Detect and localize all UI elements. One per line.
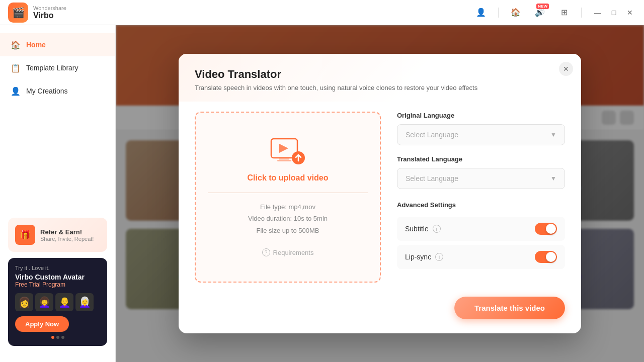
svg-rect-1	[279, 158, 289, 160]
upload-click-text: Click to upload video	[248, 173, 329, 183]
user-icon[interactable]: 👤	[474, 6, 488, 20]
svg-marker-3	[279, 144, 288, 153]
ca-sub-text: Free Trial Program	[15, 281, 100, 288]
video-translator-modal: Video Translator Translate speech in vid…	[179, 54, 581, 333]
dot-2	[56, 336, 59, 339]
brand-name: Wondershare	[33, 5, 66, 11]
sidebar-bottom: 🎁 Refer & Earn! Share, Invite, Repeat! T…	[0, 210, 115, 354]
subtitle-label: Subtitle	[405, 225, 429, 233]
main-layout: 🏠 Home 📋 Template Library 👤 My Creations…	[0, 25, 644, 362]
sidebar-item-my-creations[interactable]: 👤 My Creations	[0, 79, 115, 103]
home-sidebar-icon: 🏠	[10, 39, 21, 50]
advanced-settings-title: Advanced Settings	[397, 201, 565, 209]
modal-subtitle: Translate speech in videos with one touc…	[195, 84, 565, 92]
new-badge: NEW	[536, 4, 549, 9]
size-text: File size up to 500MB	[248, 225, 328, 236]
original-language-group: Original Language Select Language ▼	[397, 112, 565, 145]
content-area: VIRBO 👨 👩 👨‍💼 👩‍💼 👨‍🦱 👩‍🦱 👨‍🦰 👩‍🦰	[116, 25, 644, 362]
subtitle-label-area: Subtitle i	[405, 225, 441, 233]
upload-divider	[208, 193, 368, 193]
modal-body: Click to upload video File type: mp4,mov…	[179, 102, 581, 297]
ca-try-text: Try it . Love it.	[15, 265, 100, 271]
original-language-select[interactable]: Select Language ▼	[397, 124, 565, 145]
creations-sidebar-icon: 👤	[10, 85, 21, 97]
requirements-text: Requirements	[273, 249, 314, 256]
refer-card[interactable]: 🎁 Refer & Earn! Share, Invite, Repeat!	[8, 218, 107, 252]
modal-overlay: Video Translator Translate speech in vid…	[116, 25, 644, 362]
modal-footer: Translate this video	[179, 297, 581, 333]
settings-panel: Original Language Select Language ▼ Tran…	[397, 112, 565, 273]
dot-1	[51, 336, 54, 339]
svg-rect-2	[277, 160, 291, 161]
tb-divider-1	[498, 8, 499, 18]
translated-language-arrow: ▼	[550, 175, 556, 182]
home-tb-icon[interactable]: 🏠	[509, 6, 523, 20]
ca-avatars: 👩 👩‍🦱 👩‍🦲 👩‍🦳	[15, 293, 100, 311]
sidebar-template-label: Template Library	[26, 64, 78, 72]
file-type-text: File type: mp4,mov	[248, 201, 328, 213]
sidebar: 🏠 Home 📋 Template Library 👤 My Creations…	[0, 25, 116, 362]
window-controls: — □ ✕	[592, 7, 636, 19]
avatar-4: 👩‍🦳	[75, 293, 94, 311]
translate-button[interactable]: Translate this video	[454, 297, 565, 319]
lipsync-label-area: Lip-sync i	[405, 253, 443, 261]
upload-video-icon	[270, 138, 305, 165]
lipsync-label: Lip-sync	[405, 253, 431, 261]
lipsync-toggle[interactable]	[535, 251, 557, 263]
translated-language-select[interactable]: Select Language ▼	[397, 168, 565, 189]
template-sidebar-icon: 📋	[10, 62, 21, 73]
refer-subtitle: Share, Invite, Repeat!	[40, 236, 94, 242]
refer-text: Refer & Earn! Share, Invite, Repeat!	[40, 228, 94, 242]
original-language-placeholder: Select Language	[406, 131, 458, 139]
original-language-label: Original Language	[397, 112, 565, 119]
ca-product-name: Virbo Custom Avatar	[15, 273, 100, 281]
custom-avatar-card: Try it . Love it. Virbo Custom Avatar Fr…	[8, 258, 107, 346]
refer-icon: 🎁	[15, 225, 35, 245]
sidebar-home-label: Home	[26, 41, 46, 49]
logo-text: Wondershare Virbo	[33, 5, 66, 20]
original-language-arrow: ▼	[550, 131, 556, 138]
requirements-icon: ?	[262, 248, 270, 256]
upload-area[interactable]: Click to upload video File type: mp4,mov…	[195, 112, 381, 283]
translated-language-label: Translated Language	[397, 155, 565, 163]
sidebar-item-template-library[interactable]: 📋 Template Library	[0, 56, 115, 79]
modal-title: Video Translator	[195, 68, 565, 81]
close-button[interactable]: ✕	[624, 7, 636, 19]
translated-language-placeholder: Select Language	[406, 174, 458, 183]
avatar-1: 👩	[15, 293, 33, 311]
requirements-link[interactable]: ? Requirements	[262, 248, 314, 256]
lipsync-info-icon[interactable]: i	[435, 253, 443, 261]
sidebar-item-home[interactable]: 🏠 Home	[0, 33, 115, 56]
tb-divider-2	[581, 8, 582, 18]
advanced-settings-section: Advanced Settings Subtitle i	[397, 201, 565, 273]
audio-icon[interactable]: 🔊 NEW	[533, 6, 547, 20]
titlebar-right: 👤 🏠 🔊 NEW ⊞ — □ ✕	[474, 6, 636, 20]
logo-area: 🎬 Wondershare Virbo	[8, 3, 66, 23]
app-logo-icon: 🎬	[8, 3, 28, 23]
dot-indicators	[15, 336, 100, 339]
duration-text: Video duration: 10s to 5min	[248, 213, 328, 224]
apply-now-button[interactable]: Apply Now	[15, 316, 69, 332]
app-background: 🎬 Wondershare Virbo 👤 🏠 🔊 NEW ⊞ — □ ✕	[0, 0, 644, 362]
minimize-button[interactable]: —	[592, 7, 604, 19]
avatar-2: 👩‍🦱	[35, 293, 53, 311]
subtitle-toggle[interactable]	[535, 223, 557, 235]
title-bar: 🎬 Wondershare Virbo 👤 🏠 🔊 NEW ⊞ — □ ✕	[0, 0, 644, 25]
avatar-3: 👩‍🦲	[55, 293, 73, 311]
product-name: Virbo	[33, 11, 66, 20]
modal-header: Video Translator Translate speech in vid…	[179, 54, 581, 102]
subtitle-row: Subtitle i	[397, 217, 565, 241]
dot-3	[61, 336, 64, 339]
subtitle-info-icon[interactable]: i	[433, 225, 441, 233]
upload-info: File type: mp4,mov Video duration: 10s t…	[248, 201, 328, 236]
translated-language-group: Translated Language Select Language ▼	[397, 155, 565, 189]
maximize-button[interactable]: □	[608, 7, 620, 19]
lipsync-row: Lip-sync i	[397, 245, 565, 269]
grid-tb-icon[interactable]: ⊞	[557, 6, 571, 20]
sidebar-creations-label: My Creations	[26, 87, 67, 95]
refer-title: Refer & Earn!	[40, 228, 94, 236]
modal-close-button[interactable]: ✕	[559, 62, 573, 76]
